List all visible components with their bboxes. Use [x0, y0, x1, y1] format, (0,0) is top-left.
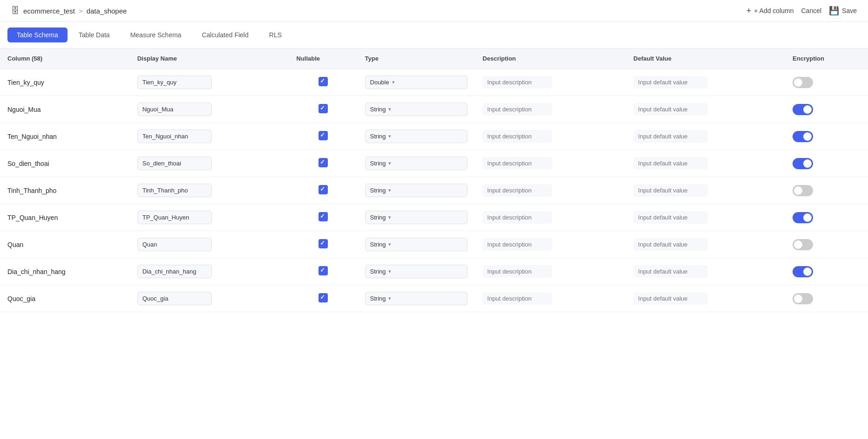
- chevron-down-icon: ▾: [392, 79, 395, 85]
- default-value-input[interactable]: [633, 103, 708, 116]
- type-select[interactable]: String▾: [365, 211, 468, 224]
- header-encryption: Encryption: [785, 48, 868, 69]
- description-input[interactable]: [482, 130, 552, 143]
- encryption-toggle[interactable]: [793, 158, 813, 169]
- table-row: Nguoi_MuaString▾: [0, 96, 868, 123]
- add-column-label: + Add column: [754, 7, 793, 14]
- description-input[interactable]: [482, 103, 552, 116]
- default-value-input[interactable]: [633, 157, 708, 170]
- type-select[interactable]: String▾: [365, 238, 468, 251]
- nullable-checkbox[interactable]: [319, 293, 328, 302]
- cancel-button[interactable]: Cancel: [801, 7, 821, 14]
- type-select[interactable]: String▾: [365, 157, 468, 170]
- header-type: Type: [358, 48, 475, 69]
- cell-default-value: [626, 96, 785, 123]
- encryption-toggle[interactable]: [793, 104, 813, 115]
- type-select[interactable]: String▾: [365, 130, 468, 143]
- nullable-checkbox[interactable]: [319, 212, 328, 221]
- cell-nullable: [289, 285, 358, 312]
- tab-rls[interactable]: RLS: [260, 27, 291, 42]
- nullable-checkbox[interactable]: [319, 131, 328, 140]
- display-name-input[interactable]: [137, 157, 212, 170]
- save-icon: 💾: [829, 6, 839, 16]
- default-value-input[interactable]: [633, 238, 708, 251]
- display-name-input[interactable]: [137, 292, 212, 305]
- cell-display-name: [130, 204, 289, 231]
- description-input[interactable]: [482, 184, 552, 197]
- save-label: Save: [842, 7, 857, 14]
- toggle-slider: [793, 104, 813, 115]
- default-value-input[interactable]: [633, 76, 708, 89]
- type-select[interactable]: String▾: [365, 103, 468, 116]
- cell-nullable: [289, 258, 358, 285]
- tab-measure-schema[interactable]: Measure Schema: [121, 27, 191, 42]
- description-input[interactable]: [482, 76, 552, 89]
- nullable-checkbox[interactable]: [319, 239, 328, 248]
- table-row: Tien_ky_quyDouble▾: [0, 69, 868, 96]
- tab-table-schema[interactable]: Table Schema: [7, 27, 68, 42]
- table-row: QuanString▾: [0, 231, 868, 258]
- cell-column-name: Ten_Nguoi_nhan: [0, 123, 130, 150]
- cell-column-name: Tinh_Thanh_pho: [0, 177, 130, 204]
- cell-description: [475, 285, 626, 312]
- table-row: TP_Quan_HuyenString▾: [0, 204, 868, 231]
- cell-description: [475, 258, 626, 285]
- cell-description: [475, 150, 626, 177]
- type-select[interactable]: String▾: [365, 184, 468, 197]
- display-name-input[interactable]: [137, 103, 212, 116]
- type-value: String: [370, 106, 386, 113]
- default-value-input[interactable]: [633, 265, 708, 278]
- description-input[interactable]: [482, 238, 552, 251]
- description-input[interactable]: [482, 265, 552, 278]
- tab-calculated-field[interactable]: Calculated Field: [192, 27, 258, 42]
- encryption-toggle[interactable]: [793, 212, 813, 223]
- cell-display-name: [130, 96, 289, 123]
- default-value-input[interactable]: [633, 130, 708, 143]
- table-row: So_dien_thoaiString▾: [0, 150, 868, 177]
- encryption-toggle[interactable]: [793, 266, 813, 277]
- chevron-down-icon: ▾: [388, 268, 391, 274]
- cell-default-value: [626, 258, 785, 285]
- toggle-slider: [793, 212, 813, 223]
- save-button[interactable]: 💾 Save: [829, 6, 857, 16]
- encryption-toggle[interactable]: [793, 185, 813, 196]
- description-input[interactable]: [482, 157, 552, 170]
- nullable-checkbox[interactable]: [319, 77, 328, 86]
- header-nullable: Nullable: [289, 48, 358, 69]
- display-name-input[interactable]: [137, 130, 212, 143]
- table-row: Quoc_giaString▾: [0, 285, 868, 312]
- cell-description: [475, 69, 626, 96]
- default-value-input[interactable]: [633, 292, 708, 305]
- table-name: data_shopee: [87, 7, 127, 15]
- table-row: Ten_Nguoi_nhanString▾: [0, 123, 868, 150]
- header: 🗄 ecommerce_test > data_shopee + + Add c…: [0, 0, 868, 22]
- nullable-checkbox[interactable]: [319, 104, 328, 113]
- tab-table-data[interactable]: Table Data: [69, 27, 119, 42]
- type-select[interactable]: String▾: [365, 265, 468, 278]
- default-value-input[interactable]: [633, 211, 708, 224]
- encryption-toggle[interactable]: [793, 77, 813, 88]
- type-select[interactable]: String▾: [365, 292, 468, 305]
- display-name-input[interactable]: [137, 265, 212, 278]
- display-name-input[interactable]: [137, 211, 212, 224]
- encryption-toggle[interactable]: [793, 239, 813, 250]
- header-actions: + + Add column Cancel 💾 Save: [746, 6, 857, 16]
- schema-table: Column (58) Display Name Nullable Type D…: [0, 48, 868, 312]
- type-select[interactable]: Double▾: [365, 75, 468, 89]
- cell-default-value: [626, 150, 785, 177]
- encryption-toggle[interactable]: [793, 293, 813, 304]
- cell-encryption: [785, 231, 868, 258]
- cell-display-name: [130, 123, 289, 150]
- display-name-input[interactable]: [137, 238, 212, 251]
- display-name-input[interactable]: [137, 184, 212, 197]
- cell-encryption: [785, 96, 868, 123]
- default-value-input[interactable]: [633, 184, 708, 197]
- add-column-button[interactable]: + + Add column: [746, 6, 794, 16]
- description-input[interactable]: [482, 292, 552, 305]
- description-input[interactable]: [482, 211, 552, 224]
- nullable-checkbox[interactable]: [319, 158, 328, 167]
- nullable-checkbox[interactable]: [319, 266, 328, 275]
- nullable-checkbox[interactable]: [319, 185, 328, 194]
- display-name-input[interactable]: [137, 75, 212, 89]
- encryption-toggle[interactable]: [793, 131, 813, 142]
